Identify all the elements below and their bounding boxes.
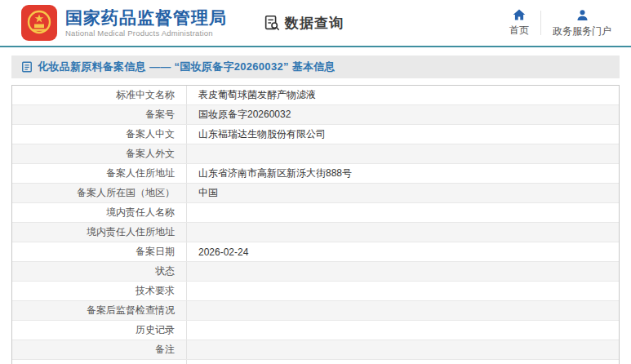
row-value: 国妆原备字20260032	[198, 108, 291, 122]
row-value-cell	[187, 145, 619, 162]
org-title-block: 国家药品监督管理局 National Medical Products Admi…	[65, 8, 227, 38]
row-value-cell	[187, 302, 619, 319]
row-label-cell: 技术要求	[12, 282, 187, 300]
row-value: 山东省济南市高新区新泺大街888号	[198, 166, 352, 180]
table-row: 备案人中文 山东福瑞达生物股份有限公司	[12, 125, 619, 144]
nmpa-emblem-logo[interactable]	[21, 5, 57, 41]
nav-gov-portal-label: 政务服务门户	[553, 24, 611, 38]
row-label: 历史记录	[136, 323, 175, 337]
table-row: 境内责任人名称	[12, 203, 619, 223]
nav-gov-portal[interactable]: 政务服务门户	[544, 8, 620, 38]
nav-home[interactable]: 首页	[501, 8, 537, 38]
row-label-cell: 标准中文名称	[12, 86, 187, 104]
document-icon	[21, 61, 33, 73]
row-label-cell: 注	[12, 360, 187, 364]
table-row: 技术要求	[12, 282, 619, 301]
row-value: 中国	[198, 186, 218, 200]
row-value-cell: 山东省济南市高新区新泺大街888号	[187, 164, 619, 183]
table-row: 注 详情	[12, 360, 619, 364]
data-query-tab[interactable]: 数据查询	[263, 14, 344, 33]
row-value-cell	[187, 263, 619, 280]
row-label: 备案人中文	[126, 127, 175, 141]
row-label-cell: 备案日期	[12, 242, 187, 261]
row-label-cell: 备案人住所地址	[12, 164, 187, 183]
table-row: 备注	[12, 340, 619, 360]
row-label: 备注	[155, 343, 175, 357]
row-label: 备案日期	[136, 245, 175, 259]
row-value: 山东福瑞达生物股份有限公司	[198, 127, 326, 141]
header-divider-rule	[0, 46, 631, 47]
table-row: 备案人外文	[12, 144, 619, 164]
row-value-cell: 国妆原备字20260032	[187, 105, 619, 124]
row-label: 备案后监督检查情况	[87, 304, 175, 317]
row-label-cell: 状态	[12, 262, 187, 281]
org-name-zh: 国家药品监督管理局	[65, 8, 227, 27]
data-query-label: 数据查询	[285, 14, 344, 33]
row-label: 备案人外文	[126, 147, 175, 161]
row-value-cell: 2026-02-24	[187, 243, 619, 260]
row-value: 2026-02-24	[198, 246, 248, 258]
row-label: 境内责任人名称	[106, 206, 175, 220]
table-row: 备案号 国妆原备字20260032	[12, 105, 619, 125]
row-value-cell	[187, 204, 619, 221]
row-value-cell: 详情	[187, 360, 619, 364]
table-row: 备案人所在国（地区） 中国	[12, 184, 619, 203]
nav-home-label: 首页	[509, 24, 529, 38]
row-value-cell	[187, 224, 619, 241]
row-label-cell: 境内责任人名称	[12, 203, 187, 222]
row-label: 标准中文名称	[116, 88, 175, 102]
row-label: 技术要求	[136, 284, 175, 298]
row-label: 备案人所在国（地区）	[77, 186, 175, 200]
row-label: 备案号	[145, 108, 175, 122]
home-icon	[512, 8, 527, 21]
table-row: 备案日期 2026-02-24	[12, 242, 619, 262]
table-row: 状态	[12, 262, 619, 282]
page-title: 化妆品新原料备案信息 —— “国妆原备字20260032” 基本信息	[38, 60, 335, 74]
row-label: 状态	[155, 264, 175, 278]
table-row: 历史记录	[12, 321, 619, 340]
row-value: 表皮葡萄球菌发酵产物滤液	[198, 88, 316, 102]
nav-divider	[540, 11, 541, 35]
row-label-cell: 备案后监督检查情况	[12, 301, 187, 320]
row-value-cell	[187, 341, 619, 358]
table-row: 标准中文名称 表皮葡萄球菌发酵产物滤液	[12, 86, 619, 105]
document-search-icon	[263, 14, 281, 32]
row-value-cell: 表皮葡萄球菌发酵产物滤液	[187, 86, 619, 104]
row-label-cell: 备注	[12, 340, 187, 359]
row-value-cell	[187, 322, 619, 339]
filing-info-table: 标准中文名称 表皮葡萄球菌发酵产物滤液 备案号 国妆原备字20260032 备案…	[11, 85, 620, 364]
row-label-cell: 备案号	[12, 105, 187, 124]
user-icon	[575, 8, 589, 22]
row-value-cell: 山东福瑞达生物股份有限公司	[187, 125, 619, 144]
row-label: 备案人住所地址	[106, 166, 175, 180]
row-value-cell	[187, 282, 619, 300]
row-label-cell: 境内责任人住所地址	[12, 223, 187, 242]
org-name-en: National Medical Products Administration	[65, 29, 227, 38]
table-row: 备案人住所地址 山东省济南市高新区新泺大街888号	[12, 164, 619, 184]
header: 国家药品监督管理局 National Medical Products Admi…	[0, 0, 631, 46]
page-title-bar: 化妆品新原料备案信息 —— “国妆原备字20260032” 基本信息	[11, 55, 620, 78]
row-value-cell: 中国	[187, 184, 619, 202]
row-label-cell: 备案人外文	[12, 144, 187, 163]
table-row: 境内责任人住所地址	[12, 223, 619, 242]
row-label-cell: 历史记录	[12, 321, 187, 340]
row-label: 境内责任人住所地址	[87, 225, 175, 239]
table-row: 备案后监督检查情况	[12, 301, 619, 321]
row-label-cell: 备案人中文	[12, 125, 187, 144]
row-label-cell: 备案人所在国（地区）	[12, 184, 187, 202]
